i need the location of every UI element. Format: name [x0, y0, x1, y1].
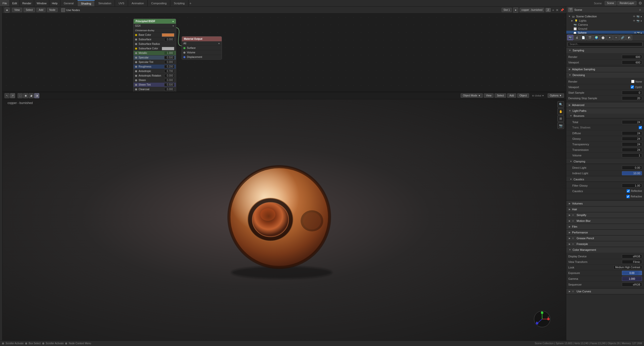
use-nodes-checkbox[interactable]: [61, 8, 65, 12]
refractive-checkbox[interactable]: [626, 195, 630, 198]
rendered-mode[interactable]: ◑: [34, 93, 39, 98]
displacement-row[interactable]: Displacement: [182, 55, 222, 59]
diffuse-value[interactable]: 24: [622, 131, 642, 135]
sphere-preview-icon[interactable]: ●: [513, 8, 518, 13]
extra-tool-1[interactable]: ⊞: [557, 115, 564, 122]
glossy-value[interactable]: 24: [622, 137, 642, 141]
settings-icon[interactable]: ⚙: [638, 1, 642, 6]
tab-uvs[interactable]: UVS: [115, 0, 128, 6]
specular-tint-row[interactable]: Specular Tint 0.000: [134, 60, 176, 64]
material-output-node[interactable]: Material Output All ▼ Surface Volume: [182, 36, 222, 60]
subsurface-color-row[interactable]: Subsurface Color: [134, 46, 176, 51]
tree-sphere[interactable]: ⬤ Sphere 👁 📷 ●: [566, 31, 644, 34]
sphere-render[interactable]: ●: [640, 31, 642, 34]
sheen-row[interactable]: Sheen 0.000: [134, 78, 176, 83]
menu-edit[interactable]: Edit: [10, 0, 20, 6]
plus-icon[interactable]: +: [552, 8, 554, 12]
transmission-value[interactable]: 24: [622, 148, 642, 152]
caustics-header[interactable]: ▼ Caustics: [566, 177, 644, 182]
display-device-value[interactable]: sRGB: [622, 254, 642, 258]
view-layer-icon[interactable]: 📄: [580, 35, 586, 40]
motion-blur-header[interactable]: ▶ ⊙ Motion Blur: [566, 218, 644, 224]
sheen-tint-row[interactable]: Sheen Tint 0.500: [134, 83, 176, 87]
extra-tool-2[interactable]: 📷: [557, 122, 564, 129]
output-icon[interactable]: 🖨: [574, 35, 580, 40]
world-icon[interactable]: 🌍: [593, 35, 599, 40]
magnifier-tool[interactable]: 🔍: [557, 101, 564, 108]
exposure-slider[interactable]: 0.00: [622, 271, 642, 275]
pin-icon[interactable]: 📌: [560, 8, 564, 12]
object-props-icon[interactable]: ⬤: [600, 35, 606, 40]
volumes-header[interactable]: ▶ Volumes: [566, 201, 644, 206]
scene-panel-icon[interactable]: 🎬: [568, 8, 573, 12]
tab-animation[interactable]: Animation: [128, 0, 148, 6]
render-props-icon[interactable]: 📷: [567, 35, 573, 40]
clearcoat-row[interactable]: Clearcoat 0.000: [134, 87, 176, 92]
node-btn[interactable]: Node: [47, 8, 58, 12]
filter-icon[interactable]: ≡: [638, 8, 642, 12]
max-bounces-header[interactable]: ▼ Bounces: [566, 114, 644, 118]
color-management-header[interactable]: ▼ Color Management: [566, 247, 644, 253]
physics-icon[interactable]: ≈: [613, 35, 619, 40]
add-btn[interactable]: Add: [36, 8, 46, 12]
tab-shading[interactable]: Shading: [77, 0, 95, 6]
metallic-row[interactable]: Metallic 1.000: [134, 51, 176, 55]
look-value[interactable]: Medium High Contrast: [614, 265, 642, 269]
start-sample-value[interactable]: 0: [622, 91, 642, 95]
3d-viewport[interactable]: copper - burnished: [3, 92, 566, 340]
pan-tool[interactable]: ✋: [557, 108, 564, 115]
tree-ground[interactable]: ⬜ Ground: [566, 27, 644, 31]
tab-compositing[interactable]: Compositing: [148, 0, 170, 6]
menu-window[interactable]: Window: [34, 0, 49, 6]
gx-dropdown[interactable]: ▼: [172, 25, 174, 27]
direct-light-value[interactable]: 0.00: [622, 166, 642, 170]
object-mode-btn[interactable]: Object Mode ▼: [461, 93, 483, 98]
sequencer-value[interactable]: sRGB: [622, 283, 642, 287]
lights-eye-icon[interactable]: 👁: [633, 19, 635, 22]
sampling-header[interactable]: ▼ Sampling: [566, 48, 644, 53]
node-viewport[interactable]: Principled BSDF ● GGX ▼ Christensen-Burl…: [3, 14, 566, 92]
vp-object-btn[interactable]: Object: [517, 93, 529, 98]
tree-lights[interactable]: ▶ 💡 Lights 👁 📷 ●: [566, 19, 644, 23]
lights-render-icon[interactable]: ●: [640, 19, 642, 22]
x-icon[interactable]: ✕: [556, 8, 559, 12]
specular-row[interactable]: Specular 0.500: [134, 55, 176, 60]
use-curves-header[interactable]: ▶ ⊙ Use Curves: [566, 289, 644, 294]
base-color-swatch[interactable]: [162, 33, 174, 37]
material-preview-mode[interactable]: ◕: [29, 93, 34, 98]
render-icon-sm[interactable]: ●: [640, 15, 642, 18]
adaptive-sampling-header[interactable]: ▶ Adaptive Sampling: [566, 66, 644, 72]
principled-bsdf-node[interactable]: Principled BSDF ● GGX ▼ Christensen-Burl…: [133, 19, 176, 92]
tab-simulation[interactable]: Simulation: [95, 0, 115, 6]
denoising-header[interactable]: ▼ Denoising: [566, 72, 644, 78]
simplify-header[interactable]: ▶ ⊙ Simplify: [566, 212, 644, 218]
render-denoise-checkbox[interactable]: [631, 80, 634, 83]
volume-row[interactable]: Volume: [182, 50, 222, 55]
menu-file[interactable]: File: [0, 0, 10, 6]
render-layer-btn[interactable]: RenderLayer: [617, 1, 636, 5]
scene-settings-icon[interactable]: 🎬: [587, 35, 593, 40]
tab-general[interactable]: General: [60, 0, 77, 6]
grease-pencil-header[interactable]: ▶ ⊙ Grease Pencil: [566, 235, 644, 241]
use-nodes-toggle[interactable]: Use Nodes: [61, 8, 80, 12]
clamping-header[interactable]: ▼ Clamping: [566, 159, 644, 164]
target-dropdown[interactable]: ▼: [218, 42, 220, 45]
slot-select[interactable]: Slot 1: [502, 8, 512, 12]
tree-camera[interactable]: 📷 Camera: [566, 23, 644, 27]
anisotropic-row[interactable]: Anisotropic 0.700: [134, 69, 176, 74]
constraints-icon[interactable]: 🔗: [620, 35, 626, 40]
subsurface-row[interactable]: Subsurface 0.000: [134, 37, 176, 42]
film-header[interactable]: ▶ Film: [566, 224, 644, 229]
surface-row[interactable]: Surface: [182, 46, 222, 50]
reflective-checkbox[interactable]: [627, 189, 630, 193]
camera-icon-sm[interactable]: 📷: [636, 15, 639, 18]
vp-view-btn[interactable]: View: [484, 93, 494, 98]
select-mode-icon[interactable]: ↖: [5, 93, 10, 98]
options-btn[interactable]: Options ▼: [548, 93, 564, 98]
eye-icon[interactable]: 👁: [633, 15, 635, 18]
advanced-header[interactable]: ▶ Advanced: [566, 102, 644, 108]
freestyle-header[interactable]: ▶ ⊙ Freestyle: [566, 241, 644, 247]
render-samples-value[interactable]: 600: [622, 55, 642, 59]
sphere-cam[interactable]: 📷: [637, 31, 640, 34]
sphere-eye[interactable]: 👁: [634, 31, 636, 34]
